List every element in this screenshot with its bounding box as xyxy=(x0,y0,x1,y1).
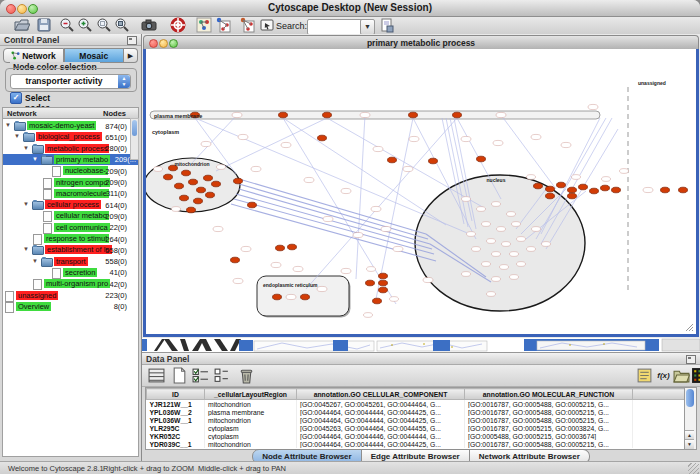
col-id[interactable]: ID xyxy=(147,389,205,400)
node-color-dropdown-value: transporter activity xyxy=(11,76,117,86)
table-row[interactable]: YJR121W__1mitochondrion[GO:0045267, GO:0… xyxy=(147,400,687,409)
table-scrollbar-thumb[interactable] xyxy=(686,389,694,407)
control-panel: Control Panel Network Mosaic ▶ Node colo… xyxy=(0,34,142,461)
tree-row-nucleobase[interactable]: nucleobase-209(0) xyxy=(3,165,129,176)
help-lifering-icon[interactable] xyxy=(170,17,186,33)
network-canvas[interactable]: plasma membrane cytoplasm mitochondrion … xyxy=(146,49,696,334)
tree-row-cellular-process[interactable]: ▼cellular process614(0) xyxy=(3,199,129,210)
tab-network[interactable]: Network xyxy=(3,48,64,63)
new-attribute-icon[interactable] xyxy=(171,367,188,384)
select-mode-icon[interactable] xyxy=(259,17,275,33)
select-nodes-checkbox[interactable]: ✓ xyxy=(10,92,22,104)
col-nodes: Nodes xyxy=(103,109,126,118)
tree-row-cell-communication[interactable]: cell communica22(0) xyxy=(3,222,129,233)
import-attributes-icon[interactable] xyxy=(379,17,395,33)
er-label: endoplasmic reticulum xyxy=(263,282,318,288)
zoom-out-icon[interactable] xyxy=(59,17,75,33)
zoom-fit-icon[interactable] xyxy=(114,17,130,33)
select-attributes-icon[interactable] xyxy=(148,367,165,384)
notes-icon[interactable] xyxy=(636,367,653,384)
main-toolbar: Search: ▼ xyxy=(0,17,700,35)
network-view-icon-c[interactable] xyxy=(239,17,255,33)
search-input[interactable] xyxy=(307,19,363,35)
cytoscape-window: Cytoscape Desktop (New Session) Search: … xyxy=(0,0,700,474)
tree-row-unassigned[interactable]: unassigned223(0) xyxy=(3,290,129,301)
tree-scrollbar[interactable] xyxy=(130,118,139,160)
tree-row-transport[interactable]: ▼transport558(0) xyxy=(3,256,129,267)
scroll-down-arrow[interactable]: ▼ xyxy=(685,439,694,449)
table-row[interactable]: YKR052Ccytoplasm[GO:0044464, GO:0044446,… xyxy=(147,432,687,440)
tree-row-primary-metabolic[interactable]: ▼primary metabo209(... xyxy=(3,154,138,165)
tree-row-biological-process[interactable]: ▼biological_process651(0) xyxy=(3,131,129,142)
import-folder-icon[interactable] xyxy=(673,367,690,384)
table-row[interactable]: YPL036W__2plasma membrane[GO:0044464, GO… xyxy=(147,408,687,416)
tree-row-multi-organism[interactable]: multi-organism pro42(0) xyxy=(3,278,129,289)
status-welcome: Welcome to Cytoscape 2.8.1 xyxy=(8,464,104,473)
table-header-row: ID _cellularLayoutRegion annotation.GO C… xyxy=(147,389,687,400)
mdi-desktop: primary metabolic process xyxy=(142,34,700,461)
data-panel-toolbar: f(x) xyxy=(142,365,700,387)
plasma-membrane-region xyxy=(150,111,600,119)
network-view-icon-a[interactable] xyxy=(196,17,212,33)
control-panel-title: Control Panel xyxy=(0,34,141,46)
table-row[interactable]: YDR039C__1mitochondrion[GO:0044464, GO:0… xyxy=(147,440,687,448)
node-color-dropdown[interactable]: transporter activity ▲▼ xyxy=(10,74,131,89)
search-label: Search: xyxy=(276,21,307,31)
col-layout-region[interactable]: _cellularLayoutRegion xyxy=(205,389,297,400)
network-view-icon-b[interactable] xyxy=(215,17,231,33)
delete-attribute-trash-icon[interactable] xyxy=(238,367,255,384)
tree-row-overview[interactable]: Overview8(0) xyxy=(3,301,129,312)
col-molecular-function[interactable]: annotation.GO MOLECULAR_FUNCTION xyxy=(465,389,633,400)
unselect-all-attributes-icon[interactable] xyxy=(213,367,230,384)
tree-row-secretion[interactable]: secretion41(0) xyxy=(3,267,129,278)
table-scrollbar[interactable]: ▲ ▼ xyxy=(684,387,697,450)
network-tree: ▼mosaic-demo-yeast874(0) ▼biological_pro… xyxy=(2,118,139,457)
tree-row-response-stimulus[interactable]: response to stimul264(0) xyxy=(3,233,129,244)
cytoplasm-label: cytoplasm xyxy=(152,129,179,135)
unselected-nodes[interactable] xyxy=(154,104,654,317)
table-row[interactable]: YPL036W__1mitochondrion[GO:0044464, GO:0… xyxy=(147,416,687,424)
plasma-membrane-label: plasma membrane xyxy=(154,113,202,119)
network-view-titlebar[interactable]: primary metabolic process xyxy=(143,35,699,49)
status-zoom-hint: Right-click + drag to ZOOM xyxy=(103,464,194,473)
network-view-title: primary metabolic process xyxy=(144,38,698,48)
tab-network-label: Network xyxy=(22,51,56,61)
tree-row-nitrogen[interactable]: nitrogen compo209(0) xyxy=(3,177,129,188)
open-file-icon[interactable] xyxy=(14,17,30,33)
window-titlebar: Cytoscape Desktop (New Session) xyxy=(0,0,700,17)
tree-row-metabolic-process[interactable]: ▼metabolic process280(0) xyxy=(3,143,129,154)
mitochondrion-label: mitochondrion xyxy=(175,161,210,167)
status-pan-hint: Middle-click + drag to PAN xyxy=(198,464,286,473)
save-icon[interactable] xyxy=(36,17,52,33)
tree-row-macromolecule[interactable]: macromolecule311(0) xyxy=(3,188,129,199)
data-panel-float-icon[interactable] xyxy=(686,355,696,364)
tree-row-cellular-metabolic[interactable]: cellular metabo209(0) xyxy=(3,210,129,221)
canvas-resize-grip[interactable] xyxy=(686,324,693,331)
zoom-selected-icon[interactable] xyxy=(96,17,112,33)
tree-row-establishment[interactable]: ▼establishment of lo558(0) xyxy=(3,244,129,255)
window-title: Cytoscape Desktop (New Session) xyxy=(0,2,700,13)
window-resize-grip[interactable] xyxy=(688,463,699,474)
tree-row-mosaic-demo-yeast[interactable]: ▼mosaic-demo-yeast874(0) xyxy=(3,120,129,131)
col-network: Network xyxy=(7,109,37,118)
select-all-attributes-icon[interactable] xyxy=(192,367,209,384)
tab-mosaic[interactable]: Mosaic xyxy=(64,48,125,63)
unassigned-label: unassigned xyxy=(638,80,666,86)
background-windows-strip xyxy=(142,338,700,352)
network-view-frame: primary metabolic process xyxy=(143,35,699,337)
network-view-border: plasma membrane cytoplasm mitochondrion … xyxy=(143,49,699,337)
col-cellular-component[interactable]: annotation.GO CELLULAR_COMPONENT xyxy=(297,389,465,400)
zoom-in-icon[interactable] xyxy=(77,17,93,33)
nucleus-label: nucleus xyxy=(487,177,506,183)
matrix-view-icon[interactable] xyxy=(691,367,700,384)
formula-fx-icon[interactable]: f(x) xyxy=(655,367,672,384)
snapshot-camera-icon[interactable] xyxy=(141,17,157,33)
attribute-table[interactable]: ID _cellularLayoutRegion annotation.GO C… xyxy=(145,387,688,450)
background-logo-shapes xyxy=(154,339,241,351)
search-dropdown-arrow[interactable]: ▼ xyxy=(360,19,375,35)
tab-mosaic-label: Mosaic xyxy=(79,51,108,61)
tab-overflow-arrow[interactable]: ▶ xyxy=(124,48,138,63)
table-row[interactable]: YLR295Ccytoplasm[GO:0045263, GO:0044464,… xyxy=(147,424,687,432)
network-tab-icon xyxy=(11,51,20,60)
float-panel-icon[interactable] xyxy=(127,36,137,45)
